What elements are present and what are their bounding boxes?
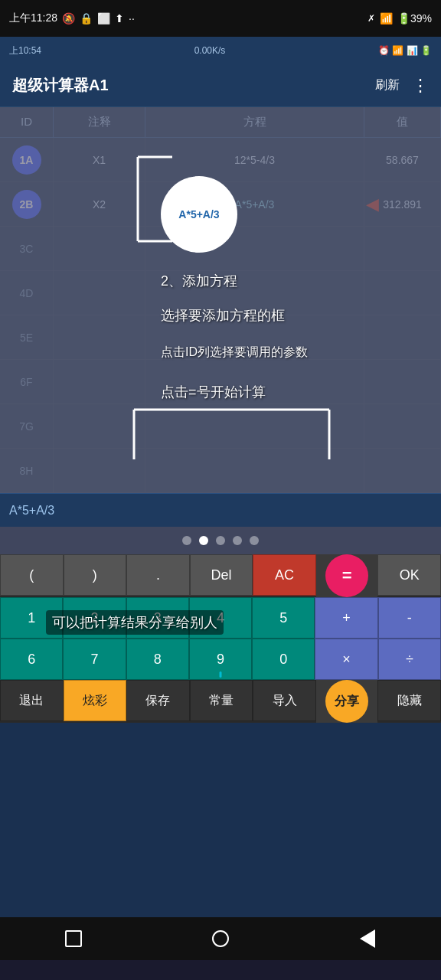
tutorial-step1: 2、添加方程 xyxy=(161,272,237,290)
kb-0[interactable]: 0 xyxy=(252,639,315,680)
system-status-bar: 上午11:28 🔕 🔒 ⬜ ⬆ ·· ✗ 📶 🔋39% xyxy=(0,0,441,37)
mute-icon: 🔕 xyxy=(62,12,75,24)
kb-9[interactable]: 9 xyxy=(189,639,252,680)
keyboard-row-1: ( ) . Del AC = OK xyxy=(0,554,441,597)
tutorial-overlay-bg xyxy=(0,107,441,493)
table-area: ID 注释 方程 值 1A X1 12*5-4/3 58.667 2B X2 xyxy=(0,107,441,493)
app-status-bar: 上10:54 0.00K/s ⏰ 📶 📊 🔋 xyxy=(0,37,441,64)
kb-5[interactable]: 5 xyxy=(252,597,315,639)
kb-multiply[interactable]: × xyxy=(315,639,377,680)
status-left: 上午11:28 🔕 🔒 ⬜ ⬆ ·· xyxy=(9,11,135,25)
app-container: 上10:54 0.00K/s ⏰ 📶 📊 🔋 超级计算器A1 刷新 ⋮ ID 注… xyxy=(0,37,441,917)
blocked-icon: ✗ xyxy=(368,13,375,24)
share-tooltip: 可以把计算结果分享给别人 xyxy=(46,610,224,635)
app-header: 超级计算器A1 刷新 ⋮ xyxy=(0,64,441,107)
dots-icon: ·· xyxy=(129,12,135,24)
kb-minus[interactable]: - xyxy=(378,597,441,639)
page-dots xyxy=(0,527,441,554)
formula-bar: A*5+A/3 xyxy=(0,493,441,527)
tutorial-step4: 点击=号开始计算 xyxy=(161,383,266,401)
kb-import[interactable]: 导入 xyxy=(253,680,316,721)
kb-7[interactable]: 7 xyxy=(63,639,126,680)
menu-icon[interactable]: ⋮ xyxy=(412,76,429,96)
app-title: 超级计算器A1 xyxy=(12,75,109,96)
home-icon xyxy=(212,930,229,947)
header-actions: 刷新 ⋮ xyxy=(375,76,429,96)
refresh-button[interactable]: 刷新 xyxy=(375,77,400,93)
kb-del[interactable]: Del xyxy=(190,554,253,596)
kb-share[interactable]: 分享 xyxy=(325,680,368,723)
app-time: 上10:54 xyxy=(9,44,41,57)
kb-divide[interactable]: ÷ xyxy=(378,639,441,680)
upload-icon: ⬆ xyxy=(115,12,124,24)
page-dot-0[interactable] xyxy=(182,536,191,545)
recents-icon xyxy=(65,930,82,947)
kb-plus[interactable]: + xyxy=(315,597,377,639)
keyboard-row-3: 6 7 8 9 0 × ÷ xyxy=(0,639,441,680)
app-status-icons: ⏰ 📶 📊 🔋 xyxy=(378,45,432,56)
screenshot-icon: ⬜ xyxy=(97,12,110,24)
kb-dot[interactable]: . xyxy=(126,554,190,596)
security-icon: 🔒 xyxy=(80,12,93,24)
kb-8[interactable]: 8 xyxy=(126,639,189,680)
nav-recents[interactable] xyxy=(60,925,87,952)
page-dot-1[interactable] xyxy=(199,536,208,545)
page-dot-2[interactable] xyxy=(216,536,225,545)
circle-text: A*5+A/3 xyxy=(178,208,219,220)
kb-constant[interactable]: 常量 xyxy=(190,680,253,721)
kb-fancy[interactable]: 炫彩 xyxy=(64,680,127,721)
page-dot-3[interactable] xyxy=(233,536,242,545)
formula-text: A*5+A/3 xyxy=(9,504,54,518)
tutorial-step2: 选择要添加方程的框 xyxy=(161,306,285,325)
battery-icon: 🔋39% xyxy=(397,12,432,24)
android-nav-bar xyxy=(0,917,441,960)
tutorial-step3: 点击ID列选择要调用的参数 xyxy=(161,345,308,361)
kb-exit[interactable]: 退出 xyxy=(0,680,64,721)
kb-hide[interactable]: 隐藏 xyxy=(377,680,441,721)
keyboard-row-4: 退出 炫彩 保存 常量 导入 分享 隐藏 xyxy=(0,680,441,723)
kb-equals[interactable]: = xyxy=(325,554,368,597)
keyboard-area: ( ) . Del AC = OK 1 2 3 4 5 + - 6 7 8 9 xyxy=(0,554,441,723)
kb-ok[interactable]: OK xyxy=(377,554,441,596)
status-right: ✗ 📶 🔋39% xyxy=(368,12,432,24)
kb-ac[interactable]: AC xyxy=(253,554,316,596)
kb-close-paren[interactable]: ) xyxy=(64,554,127,596)
page-dot-4[interactable] xyxy=(250,536,259,545)
kb-save[interactable]: 保存 xyxy=(126,680,190,721)
network-speed: 0.00K/s xyxy=(194,45,226,56)
back-icon xyxy=(360,929,375,948)
circle-highlight: A*5+A/3 xyxy=(161,176,237,253)
time-display: 上午11:28 xyxy=(9,11,57,25)
nav-back[interactable] xyxy=(354,925,381,952)
nav-home[interactable] xyxy=(207,925,234,952)
wifi-icon: 📶 xyxy=(380,12,393,24)
kb-6[interactable]: 6 xyxy=(0,639,63,680)
kb-open-paren[interactable]: ( xyxy=(0,554,64,596)
